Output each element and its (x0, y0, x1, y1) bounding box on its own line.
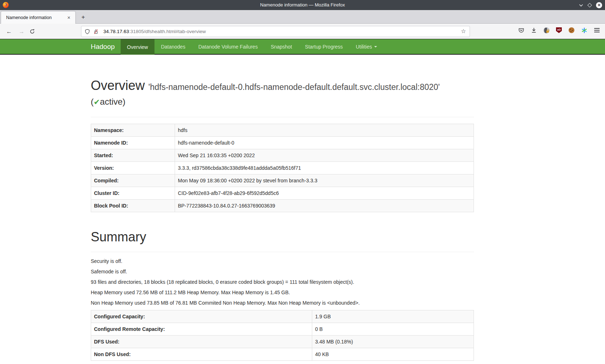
row-label: Cluster ID: (91, 187, 175, 200)
row-label: Compiled: (91, 174, 175, 187)
url-host: 34.78.17.63 (103, 29, 129, 34)
url-path: :31805/dfshealth.html#tab-overview (129, 29, 206, 34)
summary-line: Non Heap Memory used 73.85 MB of 76.81 M… (91, 300, 474, 306)
row-value: 0 B (312, 323, 474, 336)
table-row: DFS Used: 3.48 MB (0.18%) (91, 336, 474, 348)
url-bar[interactable]: 34.78.17.63:31805/dfshealth.html#tab-ove… (81, 26, 470, 37)
pocket-icon[interactable] (518, 27, 524, 33)
summary-stats: Security is off. Safemode is off. 93 fil… (91, 258, 474, 306)
namenode-info-table: Namespace: hdfs Namenode ID: hdfs-nameno… (91, 124, 474, 212)
table-row: Compiled: Mon May 09 18:36:00 +0200 2022… (91, 174, 474, 187)
downloads-icon[interactable] (530, 27, 537, 33)
new-tab-button[interactable]: + (79, 13, 88, 22)
navigation-toolbar: ← → 34.78.17.63:31805/dfshealth.html#tab… (0, 24, 605, 39)
row-value: hdfs (175, 124, 474, 137)
overview-heading: Overview'hdfs-namenode-default-0.hdfs-na… (91, 78, 474, 95)
table-row: Configured Capacity: 1.9 GB (91, 310, 474, 323)
row-value: 1.9 GB (312, 310, 474, 323)
insecure-lock-icon[interactable] (93, 29, 99, 35)
table-row: Cluster ID: CID-9ef02e83-afb7-4f28-ab29-… (91, 187, 474, 200)
row-label: Non DFS Used: (91, 348, 312, 361)
url-text: 34.78.17.63:31805/dfshealth.html#tab-ove… (103, 29, 206, 34)
tab-title: Namenode information (6, 15, 66, 20)
window-title: Namenode information — Mozilla Firefox (0, 0, 605, 10)
row-label: DFS Used: (91, 336, 312, 348)
hadoop-navbar: Hadoop Overview Datanodes Datanode Volum… (0, 39, 605, 55)
summary-line: Safemode is off. (91, 268, 474, 275)
namenode-address: 'hdfs-namenode-default-0.hdfs-namenode-d… (148, 82, 440, 92)
table-row: Version: 3.3.3, rd37586cbda38c338d9fe481… (91, 162, 474, 174)
caret-down-icon (374, 46, 377, 47)
summary-heading: Summary (91, 229, 474, 245)
row-value: 3.3.3, rd37586cbda38c338d9fe481addda5a05… (175, 162, 474, 174)
summary-line: Heap Memory used 72.56 MB of 111.2 MB He… (91, 289, 474, 296)
row-value: Mon May 09 18:36:00 +0200 2022 by stevel… (175, 174, 474, 187)
tab-overview[interactable]: Overview (121, 39, 154, 55)
back-button[interactable]: ← (4, 27, 14, 36)
cookie-extension-icon[interactable] (568, 27, 575, 33)
bookmark-star-icon[interactable]: ☆ (461, 28, 466, 35)
table-row: Non DFS Used: 40 KB (91, 348, 474, 361)
row-value: 3.48 MB (0.18%) (312, 336, 474, 348)
row-label: Block Pool ID: (91, 200, 175, 212)
tab-utilities[interactable]: Utilities (349, 39, 384, 54)
row-label: Namespace: (91, 124, 175, 137)
browser-tab[interactable]: Namenode information ✕ (1, 11, 76, 24)
summary-line: Security is off. (91, 258, 474, 264)
maximize-icon[interactable] (587, 3, 592, 8)
table-row: Configured Remote Capacity: 0 B (91, 323, 474, 336)
tab-datanode-volume-failures[interactable]: Datanode Volume Failures (192, 39, 264, 54)
divider (91, 252, 474, 252)
close-window-icon[interactable]: ✕ (596, 2, 602, 8)
minimize-icon[interactable] (579, 3, 583, 8)
table-row: Block Pool ID: BP-772238843-10.84.0.27-1… (91, 200, 474, 212)
reload-button[interactable] (30, 27, 39, 36)
row-value: 40 KB (312, 348, 474, 361)
ublock-origin-icon[interactable]: uO (556, 27, 562, 33)
row-label: Namenode ID: (91, 137, 175, 149)
check-icon: ✔ (94, 98, 100, 106)
asterisk-extension-icon[interactable] (581, 27, 587, 33)
tab-startup-progress[interactable]: Startup Progress (299, 39, 349, 54)
tab-close-icon[interactable]: ✕ (66, 15, 72, 21)
row-value: hdfs-namenode-default-0 (175, 137, 474, 149)
table-row: Namenode ID: hdfs-namenode-default-0 (91, 137, 474, 149)
row-value: BP-772238843-10.84.0.27-1663769003639 (175, 200, 474, 212)
tab-bar: Namenode information ✕ + (0, 10, 605, 24)
row-label: Configured Remote Capacity: (91, 323, 312, 336)
window-titlebar: Namenode information — Mozilla Firefox ✕ (0, 0, 605, 10)
row-label: Configured Capacity: (91, 310, 312, 323)
table-row: Started: Wed Sep 21 16:03:35 +0200 2022 (91, 149, 474, 162)
row-value: CID-9ef02e83-afb7-4f28-ab29-6f592d5dd5c6 (175, 187, 474, 200)
menu-hamburger-icon[interactable] (593, 27, 600, 33)
tab-datanodes[interactable]: Datanodes (154, 39, 192, 54)
row-value: Wed Sep 21 16:03:35 +0200 2022 (175, 149, 474, 162)
forward-button[interactable]: → (17, 27, 26, 36)
hadoop-brand[interactable]: Hadoop (91, 39, 121, 54)
extension-lock-icon[interactable] (543, 27, 550, 33)
shield-icon[interactable] (85, 29, 90, 35)
summary-line: 93 files and directories, 18 blocks (18 … (91, 279, 474, 285)
tab-snapshot[interactable]: Snapshot (264, 39, 299, 54)
page-content: Overview'hdfs-namenode-default-0.hdfs-na… (91, 55, 474, 361)
namenode-status: (✔active) (91, 95, 474, 109)
row-label: Version: (91, 162, 175, 174)
divider (91, 117, 474, 117)
table-row: Namespace: hdfs (91, 124, 474, 137)
capacity-table: Configured Capacity: 1.9 GB Configured R… (91, 310, 474, 361)
row-label: Started: (91, 149, 175, 162)
